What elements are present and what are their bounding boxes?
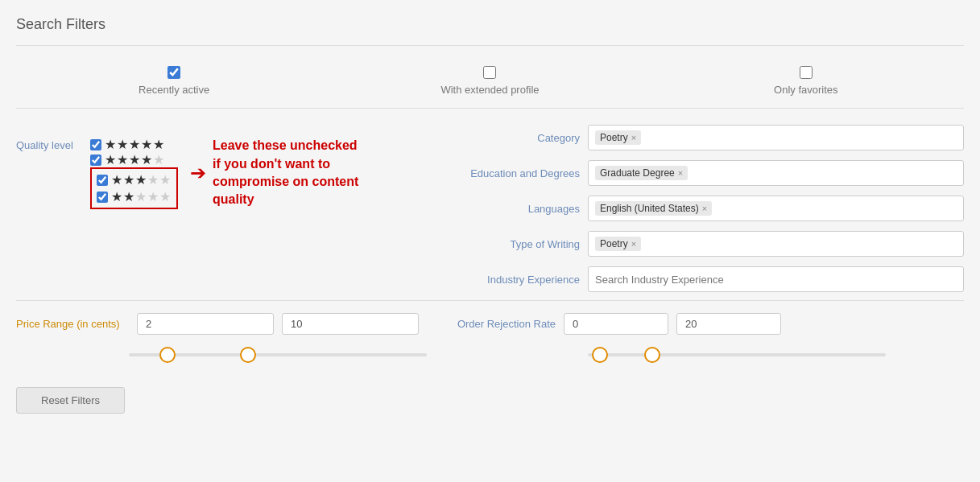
quality-row-3: ★★★★★	[97, 172, 172, 187]
writing-tag: Poetry ×	[595, 237, 641, 251]
filter-row-category: Category Poetry ×	[451, 125, 964, 150]
languages-input[interactable]: English (United States) ×	[588, 196, 964, 221]
price-rejection-inputs-row: Price Range (in cents) Order Rejection R…	[16, 313, 964, 335]
quality-row-2: ★★★★★	[97, 189, 172, 204]
extended-profile-checkbox[interactable]	[483, 66, 496, 79]
filter-recently-active[interactable]: Recently active	[16, 66, 332, 96]
right-filters-panel: Category Poetry × Education and Degrees …	[451, 125, 964, 292]
education-tag-remove[interactable]: ×	[678, 168, 683, 178]
writing-tag-text: Poetry	[600, 238, 628, 249]
quality-check-3[interactable]	[97, 175, 108, 186]
price-min-input[interactable]	[137, 313, 274, 335]
rejection-thumb-left[interactable]	[592, 347, 608, 363]
writing-label: Type of Writing	[451, 238, 580, 250]
arrow-icon: ➔	[190, 162, 206, 184]
price-rejection-section: Price Range (in cents) Order Rejection R…	[16, 300, 964, 375]
education-label: Education and Degrees	[451, 167, 580, 179]
left-panel: Quality level ★★★★★ ★★★★★	[16, 125, 451, 292]
annotation-block: ➔ Leave these uncheckedif you don't want…	[190, 137, 390, 209]
price-thumb-right[interactable]	[240, 347, 256, 363]
rejection-max-input[interactable]	[676, 313, 781, 335]
stars-4: ★★★★★	[105, 152, 165, 167]
recently-active-checkbox[interactable]	[167, 66, 180, 79]
quality-rows: ★★★★★ ★★★★★ ★★★★★	[90, 137, 178, 209]
education-input[interactable]: Graduate Degree ×	[588, 160, 964, 186]
quality-block: Quality level ★★★★★ ★★★★★	[16, 137, 178, 209]
filter-row-languages: Languages English (United States) ×	[451, 196, 964, 221]
category-tag-text: Poetry	[600, 132, 628, 143]
quality-highlight-box: ★★★★★ ★★★★★	[90, 167, 178, 209]
category-tag-poetry: Poetry ×	[595, 130, 641, 145]
education-tag-text: Graduate Degree	[600, 167, 675, 179]
languages-label: Languages	[451, 203, 580, 215]
annotation-text: Leave these uncheckedif you don't want t…	[213, 137, 390, 209]
recently-active-label: Recently active	[139, 84, 209, 96]
rejection-track	[588, 353, 886, 356]
quality-row-5: ★★★★★	[90, 137, 178, 152]
quality-check-5[interactable]	[90, 139, 101, 150]
filter-row-industry: Industry Experience	[451, 266, 964, 292]
rejection-min-input[interactable]	[564, 313, 668, 335]
top-filters-row: Recently active With extended profile On…	[16, 54, 964, 109]
quality-check-4[interactable]	[90, 154, 101, 166]
category-input[interactable]: Poetry ×	[588, 125, 964, 150]
extended-profile-label: With extended profile	[440, 84, 539, 96]
price-thumb-left[interactable]	[159, 347, 176, 363]
filter-extended-profile[interactable]: With extended profile	[332, 66, 647, 96]
sliders-row	[16, 343, 964, 367]
industry-search-input[interactable]	[595, 274, 957, 286]
reset-section: Reset Filters	[16, 375, 964, 426]
reset-filters-button[interactable]: Reset Filters	[16, 387, 125, 414]
filter-only-favorites[interactable]: Only favorites	[648, 66, 964, 96]
only-favorites-label: Only favorites	[774, 84, 837, 96]
education-tag: Graduate Degree ×	[595, 166, 688, 180]
industry-label: Industry Experience	[451, 274, 580, 286]
stars-3: ★★★★★	[111, 172, 172, 187]
quality-check-2[interactable]	[97, 192, 108, 203]
filter-row-writing: Type of Writing Poetry ×	[451, 231, 964, 257]
filter-row-education: Education and Degrees Graduate Degree ×	[451, 160, 964, 186]
price-range-label: Price Range (in cents)	[16, 318, 129, 330]
rejection-slider[interactable]	[588, 343, 886, 367]
rejection-rate-label: Order Rejection Rate	[427, 318, 556, 330]
quality-annotation-block: Quality level ★★★★★ ★★★★★	[16, 137, 451, 209]
page-title: Search Filters	[16, 16, 964, 33]
stars-5: ★★★★★	[105, 137, 165, 152]
stars-2: ★★★★★	[111, 189, 172, 204]
rejection-thumb-right[interactable]	[644, 347, 660, 363]
price-slider[interactable]	[129, 343, 427, 367]
industry-input[interactable]	[588, 266, 964, 292]
only-favorites-checkbox[interactable]	[800, 66, 813, 79]
writing-tag-remove[interactable]: ×	[631, 239, 636, 249]
top-divider	[16, 45, 964, 46]
page: Search Filters Recently active With exte…	[0, 0, 980, 482]
category-label: Category	[451, 132, 580, 144]
languages-tag-remove[interactable]: ×	[702, 204, 707, 213]
category-tag-remove[interactable]: ×	[631, 133, 636, 142]
languages-tag-text: English (United States)	[600, 203, 699, 214]
languages-tag: English (United States) ×	[595, 201, 712, 216]
main-filters-area: Quality level ★★★★★ ★★★★★	[16, 109, 964, 300]
price-max-input[interactable]	[282, 313, 419, 335]
quality-label: Quality level	[16, 137, 81, 151]
writing-input[interactable]: Poetry ×	[588, 231, 964, 257]
quality-row-4: ★★★★★	[90, 152, 178, 167]
